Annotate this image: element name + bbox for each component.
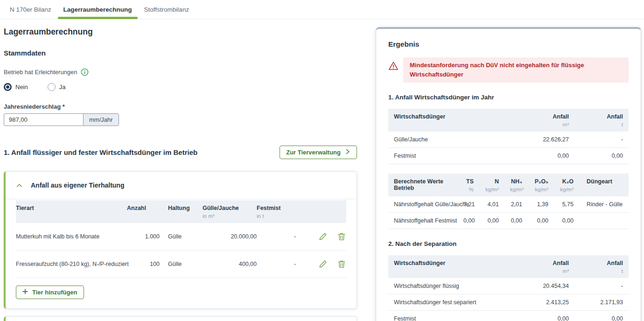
table-row: Nährstoffgehalt Gülle/Jauche 7,21 4,01 2… [388, 196, 629, 213]
animal-row: Mutterkuh mit Kalb bis 6 Monate 1.000 Gü… [16, 223, 346, 251]
animal-table-header: Tierart Anzahl Haltung Gülle/Jauchein m³… [16, 200, 346, 223]
ergebnis-panel: Ergebnis Mindestanforderung nach DüV nic… [376, 27, 641, 321]
animal-table: Tierart Anzahl Haltung Gülle/Jauchein m³… [16, 200, 346, 278]
info-icon[interactable] [81, 68, 89, 76]
warning-triangle-icon [388, 61, 399, 71]
delete-icon[interactable] [337, 232, 346, 241]
anfall-table: Wirtschaftsdünger Anfallm³ Anfallt Gülle… [388, 109, 629, 164]
delete-icon[interactable] [337, 259, 346, 269]
main-content: Lagerraumberechnung Stammdaten Betrieb h… [4, 19, 357, 321]
erleichterungen-radio-group: Nein Ja [4, 83, 357, 91]
berechnete-werte-table: Berechnete Werte Betrieb TS% Nkg/m³ NH₄k… [388, 174, 629, 229]
tierhaltung-card-header[interactable]: Anfall aus eigener Tierhaltung [6, 172, 357, 199]
radio-ja[interactable]: Ja [48, 83, 66, 91]
warning-text: Mindestanforderung nach DüV nicht eingeh… [403, 57, 629, 83]
add-tier-button[interactable]: Tier hinzufügen [16, 286, 84, 299]
edit-icon[interactable] [318, 232, 328, 241]
jahresniederschlag-label: Jahresniederschlag * [4, 103, 357, 110]
animal-row: Fresseraufzucht (80-210 kg), N-/P-reduzi… [16, 251, 346, 278]
top-tab-bar: N 170er Bilanz Lagerraumberechnung Stoff… [0, 0, 644, 19]
lagerraum-app: N 170er Bilanz Lagerraumberechnung Stoff… [0, 0, 644, 321]
radio-nein-control[interactable] [4, 83, 12, 91]
table-row: Wirtschaftsdünger flüssig 20.454,34 - [388, 278, 629, 294]
section1-heading: 1. Anfall flüssiger und fester Wirtschaf… [4, 148, 197, 156]
chevron-right-icon [345, 149, 350, 156]
tab-lagerraumberechnung[interactable]: Lagerraumberechnung [57, 0, 138, 19]
tab-stoffstrombilanz[interactable]: Stoffstrombilanz [138, 0, 196, 19]
erleichterungen-label: Betrieb hat Erleichterungen [4, 69, 77, 76]
tierhaltung-card: Anfall aus eigener Tierhaltung Tierart A… [4, 171, 357, 309]
jahresniederschlag-input[interactable] [4, 113, 83, 126]
table-row: Gülle/Jauche 22.626,27 - [388, 132, 629, 148]
result-section1-heading: 1. Anfall Wirtschaftsdünger im Jahr [388, 94, 629, 101]
table-row: Nährstoffgehalt Festmist 0,00 0,00 0,00 … [388, 213, 629, 229]
table-row: Wirtschaftsdünger fest separiert 2.413,2… [388, 294, 629, 311]
ergebnis-heading: Ergebnis [388, 40, 629, 49]
tab-n170er-bilanz[interactable]: N 170er Bilanz [4, 0, 57, 19]
radio-nein[interactable]: Nein [4, 83, 28, 91]
plus-icon [22, 289, 28, 296]
page-title: Lagerraumberechnung [4, 27, 357, 37]
table-row: Festmist 0,00 0,00 [388, 148, 629, 164]
stammdaten-heading: Stammdaten [4, 49, 357, 57]
warning-message: Mindestanforderung nach DüV nicht eingeh… [388, 57, 629, 83]
separation-table: Wirtschaftsdünger Anfallm³ Anfallt Wirts… [388, 255, 629, 321]
zur-tierverwaltung-button[interactable]: Zur Tierverwaltung [280, 146, 357, 159]
edit-icon[interactable] [318, 259, 328, 269]
chevron-up-icon[interactable] [16, 182, 23, 189]
radio-ja-control[interactable] [48, 83, 56, 91]
result-section2-heading: 2. Nach der Separation [388, 240, 629, 247]
tierhaltung-card-title: Anfall aus eigener Tierhaltung [31, 181, 124, 189]
next-collapsed-card[interactable] [4, 316, 357, 321]
jahresniederschlag-unit: mm/Jahr [83, 113, 119, 126]
table-row: Festmist 0,00 0,00 [388, 311, 629, 321]
